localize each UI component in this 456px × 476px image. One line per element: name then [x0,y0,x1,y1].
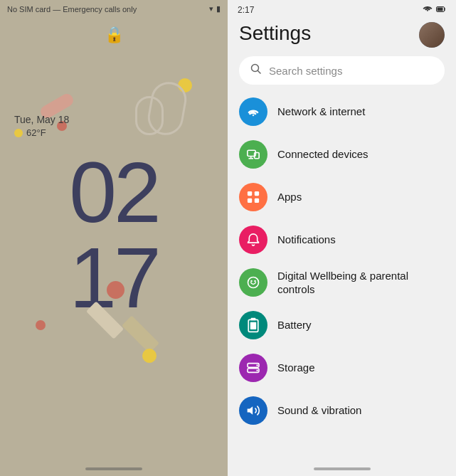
battery-icon: ▮ [216,4,221,14]
settings-list: Network & internetConnected devicesAppsN… [228,90,456,463]
clock-minutes: 17 [69,230,158,325]
settings-label-1: Connected devices [277,147,368,162]
status-bar-right: 2:17 [228,0,456,19]
avatar-image [419,22,445,48]
clock-hours: 02 [69,144,158,240]
settings-item-0[interactable]: Network & internet [233,90,450,133]
settings-label-0: Network & internet [277,105,365,119]
deco-shape-5 [107,281,124,299]
search-placeholder: Search settings [269,65,342,77]
svg-point-21 [256,369,258,371]
svg-point-20 [256,364,258,366]
wifi-icon: ▾ [209,4,213,14]
settings-label-3: Notifications [277,233,336,247]
svg-point-13 [250,280,253,282]
svg-rect-11 [255,199,259,203]
home-indicator-left[interactable] [85,467,142,470]
settings-header: Settings [228,19,456,53]
settings-label-2: Apps [277,190,302,204]
wellbeing-icon [239,268,267,297]
temperature: 62°F [26,127,46,138]
svg-rect-1 [438,7,443,11]
home-indicator-right[interactable] [314,467,371,470]
search-icon [250,63,262,78]
settings-label-6: Storage [277,361,315,375]
svg-rect-17 [250,322,256,329]
settings-item-5[interactable]: Battery [233,304,450,347]
user-avatar[interactable] [419,22,445,48]
deco-shape-4 [135,96,164,135]
battery-icon-right [436,5,446,15]
settings-title: Settings [239,22,311,45]
date-info: Tue, May 18 62°F [14,114,69,138]
deco-shape-6 [36,320,46,330]
wifi-icon [239,97,267,126]
sound-icon [239,396,267,425]
settings-label-7: Sound & vibration [277,403,361,418]
settings-item-1[interactable]: Connected devices [233,133,450,176]
notifications-icon [239,226,267,254]
svg-rect-8 [248,191,252,196]
settings-panel: 2:17 Settings [228,0,456,476]
settings-item-6[interactable]: Storage [233,347,450,389]
settings-item-3[interactable]: Notifications [233,218,450,261]
svg-point-14 [254,280,256,282]
time-display: 2:17 [238,5,254,15]
wifi-icon-right [422,4,433,15]
settings-item-2[interactable]: Apps [233,176,450,218]
settings-label-4: Digital Wellbeing & parental controls [277,269,445,297]
svg-rect-10 [248,199,252,203]
status-icons-left: ▾ ▮ [209,4,221,14]
lock-screen: No SIM card — Emergency calls only ▾ ▮ 🔒… [0,0,228,476]
devices-icon [239,140,267,169]
svg-line-3 [258,71,261,74]
status-icons-right [422,4,446,15]
storage-icon [239,354,267,382]
svg-rect-9 [255,191,259,196]
battery-icon [239,311,267,339]
weather-widget: 62°F [14,127,69,138]
apps-icon [239,183,267,211]
settings-item-4[interactable]: Digital Wellbeing & parental controls [233,261,450,304]
svg-point-12 [248,277,259,288]
settings-item-7[interactable]: Sound & vibration [233,389,450,432]
weather-icon [14,129,23,137]
deco-shape-9 [142,349,157,363]
search-bar[interactable]: Search settings [239,56,445,85]
svg-rect-16 [251,318,256,320]
date-text: Tue, May 18 [14,114,69,125]
no-sim-text: No SIM card — Emergency calls only [7,5,137,14]
settings-label-5: Battery [277,318,312,332]
lock-icon: 🔒 [105,26,124,44]
status-bar-left: No SIM card — Emergency calls only ▾ ▮ [0,0,228,18]
